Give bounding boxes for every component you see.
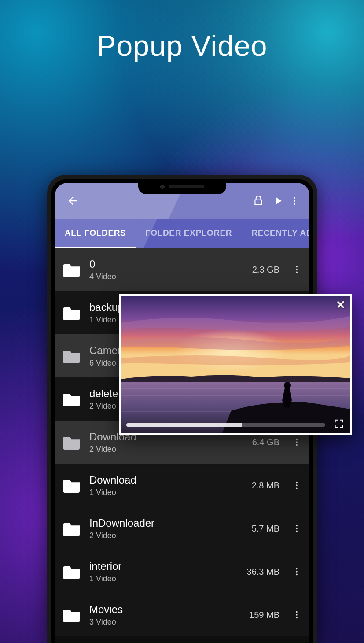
back-arrow-icon <box>66 195 79 207</box>
folder-name: InDownloader <box>89 517 244 529</box>
svg-point-16 <box>296 441 298 443</box>
svg-point-28 <box>296 614 298 616</box>
popup-video-content: ✕ <box>121 296 350 433</box>
folder-more-button[interactable] <box>290 567 303 576</box>
folder-sub: 2 Video <box>89 531 244 540</box>
folder-icon <box>63 607 81 622</box>
svg-point-22 <box>296 528 298 529</box>
popup-video[interactable]: ✕ <box>119 294 352 435</box>
svg-point-23 <box>296 531 298 532</box>
svg-point-21 <box>296 525 298 527</box>
folder-more-button[interactable] <box>290 437 303 447</box>
folder-size: 36.3 MB <box>247 567 279 577</box>
folder-sub: 1 Video <box>89 574 239 584</box>
svg-point-27 <box>296 611 298 613</box>
folder-row[interactable]: Movies3 Video159 MB <box>55 593 309 636</box>
svg-point-5 <box>296 272 298 273</box>
front-camera-icon <box>160 185 165 189</box>
folder-size: 6.4 GB <box>252 437 279 447</box>
tab-bar: ALL FOLDERSFOLDER EXPLORERRECENTLY ADDED <box>55 219 309 248</box>
folder-sub: 2 Video <box>89 445 244 454</box>
svg-point-17 <box>296 444 298 446</box>
svg-point-3 <box>296 266 298 268</box>
svg-point-25 <box>296 571 298 573</box>
folder-row[interactable]: Download1 Video2.8 MB <box>55 464 309 507</box>
folder-icon <box>63 392 81 406</box>
popup-progress-fill <box>126 423 242 427</box>
svg-point-0 <box>294 197 295 199</box>
folder-icon <box>63 305 81 320</box>
folder-sub: 3 Video <box>89 617 241 627</box>
folder-size: 159 MB <box>249 610 279 620</box>
fullscreen-icon <box>334 419 344 429</box>
folder-size: 2.3 GB <box>252 265 279 275</box>
phone-notch <box>138 179 226 194</box>
folder-name: interior <box>89 560 239 573</box>
folder-text: 04 Video <box>89 258 244 281</box>
folder-icon <box>63 262 81 277</box>
speaker-icon <box>169 185 204 188</box>
folder-row[interactable]: 04 Video2.3 GB <box>55 248 309 291</box>
popup-close-button[interactable]: ✕ <box>336 299 346 310</box>
svg-point-19 <box>296 484 298 486</box>
folder-text: Movies3 Video <box>89 603 241 627</box>
folder-sub: 4 Video <box>89 272 244 281</box>
svg-point-4 <box>296 269 298 270</box>
overflow-button[interactable] <box>287 191 301 211</box>
folder-name: Movies <box>89 603 241 616</box>
svg-point-37 <box>284 382 291 389</box>
svg-point-24 <box>296 568 298 570</box>
svg-point-1 <box>294 200 295 202</box>
folder-more-button[interactable] <box>290 524 303 533</box>
svg-point-2 <box>294 203 295 205</box>
popup-video-frame <box>121 296 350 433</box>
play-icon <box>271 194 284 207</box>
folder-name: Download <box>89 474 244 486</box>
folder-text: interior1 Video <box>89 560 239 584</box>
tab-recently-added[interactable]: RECENTLY ADDED <box>242 219 309 248</box>
svg-point-26 <box>296 574 298 576</box>
folder-icon <box>63 521 81 536</box>
page-title: Popup Video <box>0 29 364 63</box>
folder-row[interactable]: interior1 Video36.3 MB <box>55 550 309 593</box>
popup-progress[interactable] <box>126 423 325 427</box>
folder-size: 5.7 MB <box>252 524 279 534</box>
folder-text: InDownloader2 Video <box>89 517 244 540</box>
folder-icon <box>63 478 81 493</box>
tab-all-folders[interactable]: ALL FOLDERS <box>55 219 136 248</box>
svg-point-20 <box>296 488 298 489</box>
folder-more-button[interactable] <box>290 265 303 274</box>
folder-icon <box>63 435 81 450</box>
svg-point-18 <box>296 482 298 484</box>
svg-point-15 <box>296 439 298 440</box>
tab-folder-explorer[interactable]: FOLDER EXPLORER <box>136 219 242 248</box>
popup-fullscreen-button[interactable] <box>334 419 344 429</box>
back-button[interactable] <box>63 191 82 211</box>
folder-sub: 1 Video <box>89 488 244 497</box>
folder-icon <box>63 564 81 579</box>
play-button[interactable] <box>268 191 287 211</box>
folder-size: 2.8 MB <box>252 480 279 491</box>
folder-row[interactable]: InDownloader2 Video5.7 MB <box>55 507 309 550</box>
lock-icon <box>253 195 264 207</box>
folder-text: Download1 Video <box>89 474 244 497</box>
more-vert-icon <box>289 196 300 206</box>
svg-point-29 <box>296 617 298 619</box>
folder-icon <box>63 348 81 363</box>
folder-more-button[interactable] <box>290 480 303 490</box>
folder-name: 0 <box>89 258 244 270</box>
lock-button[interactable] <box>249 191 268 211</box>
folder-more-button[interactable] <box>290 610 303 620</box>
